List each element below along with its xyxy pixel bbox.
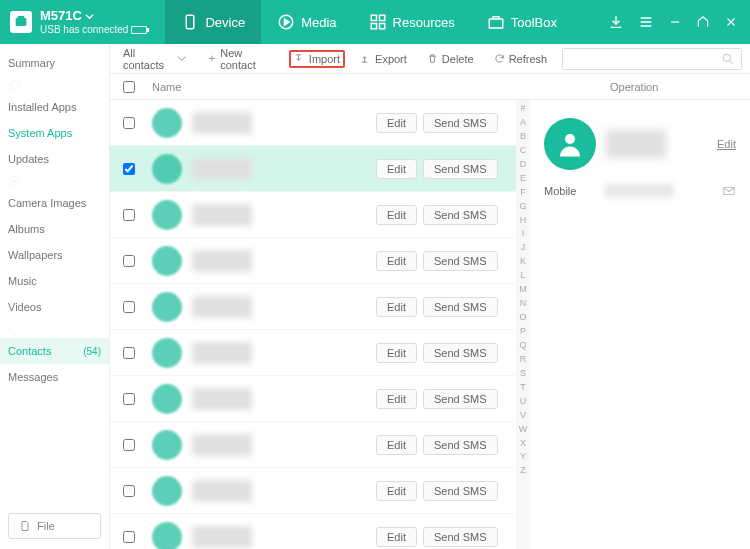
alpha-letter[interactable]: T — [516, 381, 530, 395]
alpha-letter[interactable]: H — [516, 214, 530, 228]
contact-row[interactable]: EditSend SMS — [110, 376, 516, 422]
contact-row[interactable]: EditSend SMS — [110, 100, 516, 146]
alpha-letter[interactable]: G — [516, 200, 530, 214]
edit-button[interactable]: Edit — [376, 251, 417, 271]
search-input[interactable] — [569, 53, 721, 65]
row-checkbox[interactable] — [123, 255, 135, 267]
contact-row[interactable]: EditSend SMS — [110, 146, 516, 192]
alpha-letter[interactable]: U — [516, 395, 530, 409]
send-sms-button[interactable]: Send SMS — [423, 481, 498, 501]
sidebar-item-messages[interactable]: Messages — [0, 364, 109, 390]
edit-button[interactable]: Edit — [376, 297, 417, 317]
select-all-checkbox[interactable] — [123, 81, 135, 93]
tab-device[interactable]: Device — [165, 0, 261, 44]
sidebar-item-system-apps[interactable]: System Apps — [0, 120, 109, 146]
tab-resources[interactable]: Resources — [353, 0, 471, 44]
alpha-letter[interactable]: Z — [516, 464, 530, 478]
sidebar-item-albums[interactable]: Albums — [0, 216, 109, 242]
contact-row[interactable]: EditSend SMS — [110, 514, 516, 549]
alpha-letter[interactable]: R — [516, 353, 530, 367]
device-info[interactable]: M571C USB has connected — [0, 8, 157, 36]
alpha-letter[interactable]: Y — [516, 450, 530, 464]
export-button[interactable]: Export — [355, 50, 412, 68]
edit-button[interactable]: Edit — [376, 435, 417, 455]
tab-media[interactable]: Media — [261, 0, 352, 44]
contact-row[interactable]: EditSend SMS — [110, 422, 516, 468]
alpha-letter[interactable]: X — [516, 437, 530, 451]
send-sms-button[interactable]: Send SMS — [423, 297, 498, 317]
send-sms-button[interactable]: Send SMS — [423, 435, 498, 455]
contact-row[interactable]: EditSend SMS — [110, 192, 516, 238]
contact-row[interactable]: EditSend SMS — [110, 284, 516, 330]
alpha-letter[interactable]: P — [516, 325, 530, 339]
sidebar-item-updates[interactable]: Updates — [0, 146, 109, 172]
alpha-letter[interactable]: I — [516, 227, 530, 241]
sidebar-item-contacts[interactable]: Contacts(54) — [0, 338, 109, 364]
alpha-letter[interactable]: W — [516, 423, 530, 437]
sidebar-item-camera-images[interactable]: Camera Images — [0, 190, 109, 216]
alpha-letter[interactable]: O — [516, 311, 530, 325]
alpha-letter[interactable]: C — [516, 144, 530, 158]
edit-button[interactable]: Edit — [376, 343, 417, 363]
edit-button[interactable]: Edit — [376, 389, 417, 409]
alpha-letter[interactable]: # — [516, 102, 530, 116]
sidebar-item-installed-apps[interactable]: Installed Apps — [0, 94, 109, 120]
edit-button[interactable]: Edit — [376, 527, 417, 547]
alpha-letter[interactable]: Q — [516, 339, 530, 353]
download-icon[interactable] — [608, 14, 624, 30]
tab-toolbox[interactable]: ToolBox — [471, 0, 573, 44]
minimize-icon[interactable] — [668, 15, 682, 29]
detail-edit-link[interactable]: Edit — [717, 138, 736, 150]
search-box[interactable] — [562, 48, 742, 70]
send-sms-button[interactable]: Send SMS — [423, 251, 498, 271]
row-checkbox[interactable] — [123, 347, 135, 359]
sidebar-item-summary[interactable]: Summary — [0, 50, 109, 76]
send-sms-button[interactable]: Send SMS — [423, 389, 498, 409]
edit-button[interactable]: Edit — [376, 113, 417, 133]
edit-button[interactable]: Edit — [376, 481, 417, 501]
alpha-letter[interactable]: E — [516, 172, 530, 186]
send-sms-button[interactable]: Send SMS — [423, 205, 498, 225]
contact-row[interactable]: EditSend SMS — [110, 330, 516, 376]
alpha-letter[interactable]: N — [516, 297, 530, 311]
alpha-letter[interactable]: J — [516, 241, 530, 255]
import-button[interactable]: Import — [289, 50, 345, 68]
close-icon[interactable] — [724, 15, 738, 29]
contact-row[interactable]: EditSend SMS — [110, 468, 516, 514]
send-sms-button[interactable]: Send SMS — [423, 527, 498, 547]
row-checkbox[interactable] — [123, 393, 135, 405]
alpha-letter[interactable]: S — [516, 367, 530, 381]
row-checkbox[interactable] — [123, 209, 135, 221]
alpha-letter[interactable]: F — [516, 186, 530, 200]
sidebar-item-videos[interactable]: Videos — [0, 294, 109, 320]
mail-icon[interactable] — [722, 184, 736, 198]
file-button[interactable]: File — [8, 513, 101, 539]
refresh-button[interactable]: Refresh — [489, 50, 553, 68]
row-checkbox[interactable] — [123, 485, 135, 497]
edit-button[interactable]: Edit — [376, 159, 417, 179]
filter-dropdown[interactable]: All contacts — [118, 44, 192, 74]
alpha-letter[interactable]: D — [516, 158, 530, 172]
sidebar-item-wallpapers[interactable]: Wallpapers — [0, 242, 109, 268]
alpha-letter[interactable]: K — [516, 255, 530, 269]
sidebar-item-music[interactable]: Music — [0, 268, 109, 294]
edit-button[interactable]: Edit — [376, 205, 417, 225]
new-contact-button[interactable]: New contact — [202, 44, 279, 74]
alpha-letter[interactable]: L — [516, 269, 530, 283]
alpha-letter[interactable]: B — [516, 130, 530, 144]
row-checkbox[interactable] — [123, 439, 135, 451]
alpha-letter[interactable]: A — [516, 116, 530, 130]
send-sms-button[interactable]: Send SMS — [423, 159, 498, 179]
send-sms-button[interactable]: Send SMS — [423, 343, 498, 363]
row-checkbox[interactable] — [123, 163, 135, 175]
alpha-letter[interactable]: V — [516, 409, 530, 423]
menu-icon[interactable] — [638, 14, 654, 30]
send-sms-button[interactable]: Send SMS — [423, 113, 498, 133]
row-checkbox[interactable] — [123, 117, 135, 129]
row-checkbox[interactable] — [123, 301, 135, 313]
home-icon[interactable] — [696, 15, 710, 29]
contact-row[interactable]: EditSend SMS — [110, 238, 516, 284]
row-checkbox[interactable] — [123, 531, 135, 543]
alpha-letter[interactable]: M — [516, 283, 530, 297]
delete-button[interactable]: Delete — [422, 50, 479, 68]
